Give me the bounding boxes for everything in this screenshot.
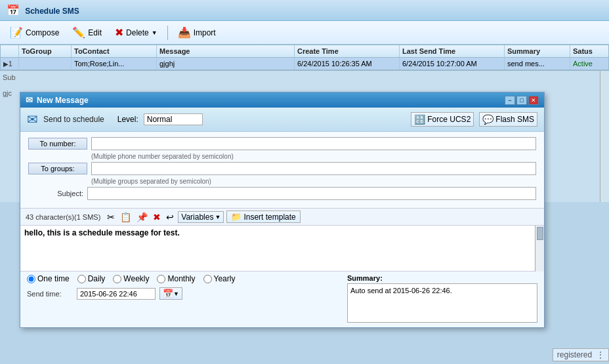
monthly-radio[interactable]: Monthly [157, 274, 195, 283]
header-action-icons: 🔠 Force UCS2 💬 Flash SMS [411, 112, 537, 127]
delete-msg-icon[interactable]: ✖ [152, 211, 162, 223]
send-time-row: Send time: 📅 ▼ [27, 287, 341, 300]
send-to-schedule-section: ✉ Send to schedule Level: Normal High Lo… [27, 111, 203, 127]
new-message-modal: ✉ New Message − □ ✕ ✉ Send to schedule L… [20, 92, 545, 328]
schedule-left: One time Daily Weekly Monthly [27, 274, 341, 325]
row-last-send-time: 6/24/2015 10:27:00 AM [400, 58, 505, 70]
row-summary: send mes... [505, 58, 570, 70]
import-button[interactable]: 📥 Import [173, 24, 220, 41]
send-time-input[interactable] [77, 288, 156, 300]
row-create-time: 6/24/2015 10:26:35 AM [295, 58, 400, 70]
yearly-radio[interactable]: Yearly [203, 274, 236, 283]
row-to-group [19, 58, 72, 70]
calendar-dropdown-icon: ▼ [173, 291, 179, 297]
col-summary: Summary [505, 45, 570, 57]
schedule-radio-group: One time Daily Weekly Monthly [27, 274, 341, 283]
schedule-table: ToGroup ToContact Message Create Time La… [0, 45, 609, 71]
bottom-split: One time Daily Weekly Monthly [20, 272, 544, 327]
toolbar-separator [167, 26, 168, 40]
calendar-button[interactable]: 📅 ▼ [159, 287, 182, 300]
send-time-label: Send time: [27, 290, 73, 298]
modal-header-row: ✉ Send to schedule Level: Normal High Lo… [20, 108, 544, 132]
edit-button[interactable]: ✏️ Edit [68, 24, 106, 41]
yearly-label: Yearly [214, 274, 236, 283]
to-groups-row: To groups: [28, 162, 536, 175]
col-to-contact: ToContact [72, 45, 157, 57]
col-index [1, 45, 19, 57]
message-textarea[interactable]: hello, this is a schedule message for te… [20, 226, 535, 272]
footer-dots-icon: ⋮ [597, 350, 604, 359]
scroll-thumb [537, 227, 543, 240]
to-number-hint: (Multiple phone number separated by semi… [28, 153, 536, 160]
cut-icon[interactable]: ✂ [106, 211, 116, 223]
summary-label: Summary: [347, 274, 537, 282]
calendar-icon: 📅 [163, 289, 173, 298]
daily-label: Daily [88, 274, 106, 283]
delete-button[interactable]: ✖ Delete ▼ [110, 24, 162, 41]
message-toolbar: 43 character(s)(1 SMS) ✂ 📋 📌 ✖ ↩ Variabl… [20, 208, 544, 226]
message-scrollbar[interactable] [535, 226, 544, 272]
to-groups-button[interactable]: To groups: [28, 163, 87, 174]
weekly-radio-input[interactable] [113, 275, 121, 283]
row-to-contact: Tom;Rose;Lin... [72, 58, 157, 70]
force-ucs2-button[interactable]: 🔠 Force UCS2 [411, 112, 474, 127]
app-icon: 📅 [7, 5, 20, 16]
weekly-radio[interactable]: Weekly [113, 274, 149, 283]
one-time-label: One time [37, 274, 70, 283]
main-scrollbar[interactable] [600, 71, 609, 202]
send-to-schedule-label: Send to schedule [43, 115, 104, 124]
to-groups-input[interactable] [91, 162, 536, 175]
modal-minimize-button[interactable]: − [505, 96, 515, 105]
flash-sms-button[interactable]: 💬 Flash SMS [479, 112, 537, 127]
one-time-radio-input[interactable] [27, 275, 35, 283]
modal-titlebar: ✉ New Message − □ ✕ [20, 92, 544, 108]
message-area: hello, this is a schedule message for te… [20, 226, 544, 272]
subject-input[interactable] [87, 187, 536, 200]
row-arrow: ▶1 [1, 58, 19, 70]
weekly-label: Weekly [123, 274, 149, 283]
row-message: gjghj [157, 58, 295, 70]
template-icon: 📁 [231, 212, 242, 222]
compose-button[interactable]: 📝 Compose [5, 24, 64, 41]
modal-controls: − □ ✕ [505, 96, 539, 105]
subject-row: Subject: [28, 187, 536, 200]
main-content: ToGroup ToContact Message Create Time La… [0, 45, 609, 361]
paste-icon[interactable]: 📌 [135, 211, 149, 223]
one-time-radio[interactable]: One time [27, 274, 70, 283]
level-label: Level: [117, 115, 138, 124]
subject-label: Subject: [28, 190, 87, 197]
undo-icon[interactable]: ↩ [165, 211, 175, 223]
force-ucs2-icon: 🔠 [414, 114, 425, 125]
table-header: ToGroup ToContact Message Create Time La… [1, 45, 608, 58]
summary-right: Summary: [347, 274, 537, 325]
to-number-button[interactable]: To number: [28, 138, 87, 150]
table-row[interactable]: ▶1 Tom;Rose;Lin... gjghj 6/24/2015 10:26… [1, 58, 608, 70]
col-message: Message [157, 45, 295, 57]
import-icon: 📥 [178, 26, 191, 39]
modal-icon: ✉ [26, 95, 33, 105]
flash-sms-icon: 💬 [482, 114, 494, 125]
daily-radio-input[interactable] [77, 275, 86, 283]
char-count: 43 character(s)(1 SMS) [26, 213, 100, 221]
yearly-radio-input[interactable] [203, 275, 212, 283]
monthly-radio-input[interactable] [157, 275, 165, 283]
to-groups-hint: (Multiple groups separated by semicolon) [28, 178, 536, 185]
delete-dropdown-icon: ▼ [152, 30, 158, 36]
copy-icon[interactable]: 📋 [119, 211, 133, 223]
insert-template-button[interactable]: 📁 Insert template [226, 211, 300, 223]
col-create-time: Create Time [295, 45, 400, 57]
compose-icon: 📝 [10, 26, 23, 39]
level-select[interactable]: Normal High Low [144, 113, 203, 125]
daily-radio[interactable]: Daily [77, 274, 106, 283]
modal-close-button[interactable]: ✕ [528, 96, 539, 105]
modal-title-left: ✉ New Message [26, 95, 89, 105]
variables-button[interactable]: Variables ▼ [178, 211, 224, 223]
edit-icon: ✏️ [72, 26, 85, 39]
app-container: 📅 Schedule SMS 📝 Compose ✏️ Edit ✖ Delet… [0, 0, 609, 364]
modal-form: To number: (Multiple phone number separa… [20, 132, 544, 208]
modal-maximize-button[interactable]: □ [516, 96, 527, 105]
row-status: Active [570, 58, 609, 70]
variables-dropdown-icon: ▼ [215, 214, 220, 220]
col-to-group: ToGroup [19, 45, 72, 57]
to-number-input[interactable] [91, 137, 536, 150]
